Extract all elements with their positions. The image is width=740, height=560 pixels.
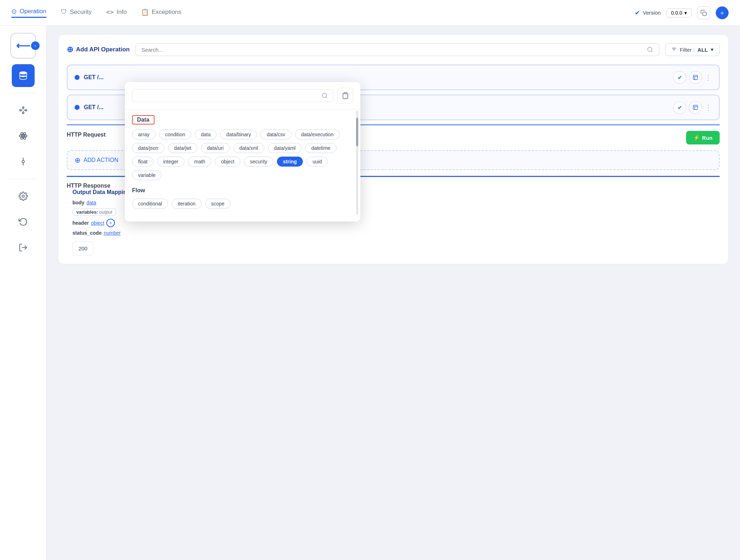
svg-point-15 [22,161,24,163]
tag-datetime[interactable]: datetime [305,143,336,153]
version-check-icon: ✔ [635,9,640,17]
toolbar: ⊕ Add API Operation Filter : ALL ▾ [67,43,720,56]
body-key: body [72,200,84,205]
add-action-label: ADD ACTION [83,157,118,163]
tag-data-binary[interactable]: data/binary [220,129,257,139]
add-nav-btn[interactable]: ＋ [716,6,729,19]
api-dot-2 [75,105,80,110]
sidebar-item-graph[interactable] [12,99,35,122]
popup-flow-section: Flow conditional iteration scope [132,187,353,209]
filter-label: Filter : [680,47,695,53]
export-icon [19,243,28,252]
api-more-btn-2[interactable]: ⋮ [705,103,712,112]
tab-info-label: Info [117,9,127,16]
search-box [136,43,660,56]
version-select[interactable]: 0.0.0 ▾ [666,8,691,17]
sidebar-item-settings[interactable] [12,185,35,208]
logo-box: ⟵ › [10,33,36,58]
tag-data-uri[interactable]: data/uri [201,143,230,153]
header-add-btn[interactable]: ＋ [106,219,115,227]
svg-line-32 [326,97,327,98]
api-more-btn-1[interactable]: ⋮ [705,73,712,82]
svg-point-3 [20,110,21,111]
tag-data[interactable]: data [195,129,217,139]
top-nav: ⊙ Operation 🛡 Security <> Info 📋 Excepti… [0,0,740,26]
svg-point-6 [22,112,24,113]
sidebar-item-atom[interactable] [12,124,35,147]
copy-icon-btn[interactable] [697,6,710,19]
tab-operation-label: Operation [20,8,46,15]
mapping-row-status: status_code number [72,230,720,236]
settings-icon [19,192,28,201]
popup-scrollbar[interactable] [356,111,358,214]
tag-data-execution[interactable]: data/execution [295,129,340,139]
header-link[interactable]: object [91,220,104,226]
search-input[interactable] [142,47,644,53]
info-icon: <> [106,8,114,16]
tab-security[interactable]: 🛡 Security [61,8,92,17]
tag-integer[interactable]: integer [157,157,184,167]
popup-search-input[interactable] [137,93,321,99]
tag-variable[interactable]: variable [132,170,162,180]
sidebar-item-database[interactable] [12,64,35,87]
popup-flow-tags: conditional iteration scope [132,199,353,209]
filter-btn[interactable]: Filter : ALL ▾ [665,43,720,56]
sidebar-item-export[interactable] [12,236,35,259]
tag-float[interactable]: float [132,157,153,167]
svg-point-5 [25,110,26,111]
api-actions-2: ✔ ⋮ [673,101,712,114]
variables-key: variables: [76,209,98,215]
tab-info[interactable]: <> Info [106,8,127,17]
api-chart-btn-1[interactable] [689,71,702,84]
popup-clipboard-btn[interactable] [338,88,353,103]
tag-scope[interactable]: scope [205,199,230,209]
svg-rect-25 [693,75,698,80]
tab-operation[interactable]: ⊙ Operation [11,7,46,18]
api-check-btn-2[interactable]: ✔ [673,101,686,114]
tag-data-csv[interactable]: data/csv [260,129,291,139]
run-label: Run [702,135,713,141]
tag-conditional[interactable]: conditional [132,199,168,209]
svg-line-21 [652,51,653,52]
sidebar-item-history[interactable] [12,210,35,233]
add-operation-btn[interactable]: ⊕ Add API Operation [67,45,130,54]
exceptions-icon: 📋 [141,8,149,16]
tag-security[interactable]: security [244,157,273,167]
api-chart-btn-2[interactable] [689,101,702,114]
popup-header [125,82,360,110]
tag-data-jwt[interactable]: data/jwt [168,143,197,153]
status-value: 200 [78,245,87,251]
popup-body: Data array condition data data/binary da… [125,110,360,222]
svg-point-18 [22,195,24,198]
filter-icon [671,47,677,52]
tag-iteration[interactable]: iteration [172,199,202,209]
logo-icon: ⟵ [16,40,30,52]
run-btn[interactable]: ⚡ Run [686,131,720,144]
expand-btn[interactable]: › [31,41,40,50]
variables-tag: variables: output [72,208,116,216]
tag-array[interactable]: array [132,129,156,139]
body-link[interactable]: data [86,200,96,205]
tag-uuid[interactable]: uuid [306,157,328,167]
tag-data-json[interactable]: data/json [132,143,164,153]
chart-icon-2 [693,105,698,110]
filter-value: ALL [698,47,708,53]
header-key: header [72,220,89,226]
atom-icon [19,131,28,141]
tag-object[interactable]: object [215,157,240,167]
tag-string[interactable]: string [277,157,303,167]
status-link[interactable]: number [104,230,121,236]
popup-data-tags: array condition data data/binary data/cs… [132,129,353,180]
tag-condition[interactable]: condition [159,129,191,139]
version-badge: ✔ Version [635,9,661,17]
version-chevron: ▾ [684,10,687,16]
svg-rect-0 [703,12,706,15]
tag-data-xml[interactable]: data/xml [233,143,264,153]
tag-data-yaml[interactable]: data/yaml [268,143,302,153]
tag-math[interactable]: math [188,157,211,167]
tab-exceptions[interactable]: 📋 Exceptions [141,8,181,17]
api-label-2: GET /... [84,104,103,111]
sidebar-item-connector[interactable] [12,150,35,173]
main-layout: ⟵ › ⊕ [0,26,740,560]
api-check-btn-1[interactable]: ✔ [673,71,686,84]
